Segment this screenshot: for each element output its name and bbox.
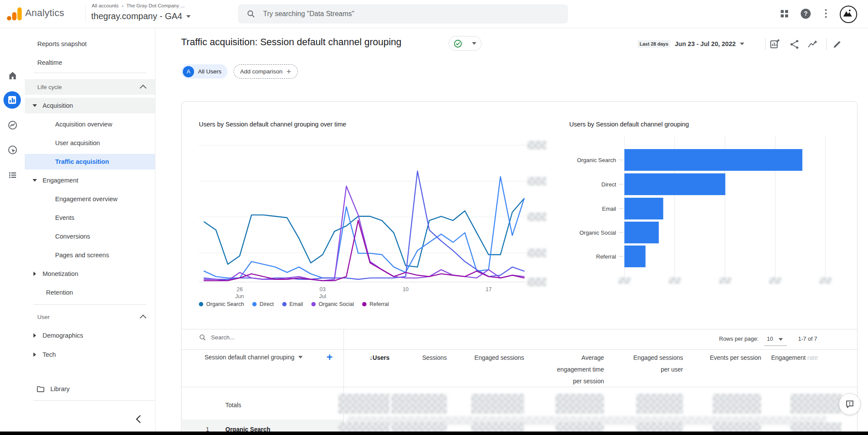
feedback-button[interactable] [839,393,861,415]
kebab-menu-icon[interactable] [825,9,827,19]
account-avatar[interactable] [840,6,857,23]
chevron-down-icon[interactable] [33,179,37,182]
sidebar-item-traffic-acquisition[interactable]: Traffic acquisition [25,154,155,169]
sidebar-item-reports-snapshot[interactable]: Reports snapshot [25,36,155,52]
search-input[interactable] [262,10,542,18]
report-status-pill[interactable] [449,36,482,51]
property-selector[interactable]: thegray.company - GA4 [91,11,191,21]
rows-per-page-label: Rows per page: [719,335,759,342]
product-name: Analytics [25,7,64,19]
sidebar-item-tech[interactable]: Tech [25,347,155,362]
legend-dot-icon [362,302,366,306]
table-search[interactable] [199,334,299,341]
explore-icon[interactable] [7,120,18,130]
all-users-chip[interactable]: A All Users [181,64,228,79]
legend-item-organic-search[interactable]: Organic Search [199,301,244,307]
date-range-selector[interactable]: Last 28 days Jun 23 - Jul 20, 2022 [637,40,744,48]
apps-grid-icon[interactable] [781,10,788,17]
breadcrumb[interactable]: All accounts › The Gray Dot Company ... [92,3,185,8]
insights-icon[interactable] [807,39,818,50]
sidebar-item-realtime[interactable]: Realtime [25,55,155,70]
legend-dot-icon [199,302,203,306]
sidebar-item-demographics[interactable]: Demographics [25,328,155,343]
x-tick: 26Jun [228,286,252,300]
comparison-label: All Users [198,68,221,75]
chevron-down-icon[interactable] [33,104,37,107]
rows-per-page-select[interactable]: 10 [767,335,773,342]
sidebar-item-user-acquisition[interactable]: User acquisition [25,135,155,151]
top-app-bar: Analytics All accounts › The Gray Dot Co… [0,0,868,28]
legend-dot-icon [252,302,257,306]
redacted-axis-label [819,277,832,284]
column-header-engagement-rate[interactable]: Engagement rate [771,352,858,364]
legend-dot-icon [282,302,287,306]
svg-text:Email: Email [602,206,616,212]
customize-report-icon[interactable] [769,39,781,50]
comparison-badge: A [183,66,194,77]
bar-chart[interactable]: Organic SearchDirectEmailOrganic SocialR… [564,102,858,306]
redacted-cell-value [713,394,761,414]
report-card: Users by Session default channel groupin… [181,101,858,435]
folder-icon [36,385,45,393]
x-tick: 03Jul [310,286,335,300]
reports-icon[interactable] [3,91,21,109]
redacted-axis-label [527,213,546,221]
chevron-right-icon[interactable] [33,272,36,276]
column-header-engaged-sessions-per-user[interactable]: per user [574,364,683,375]
redacted-cell-value [391,394,447,414]
configure-icon[interactable] [7,169,18,180]
sidebar-item-life-cycle[interactable]: Life cycle [25,79,155,95]
sidebar-item-events[interactable]: Events [25,210,155,226]
redacted-axis-label [719,277,731,284]
share-icon[interactable] [789,39,800,50]
table-column-rule [343,329,344,435]
chevron-right-icon[interactable] [33,352,36,357]
column-header-events-per-session[interactable]: Events per session [653,352,761,364]
redacted-cell-value [636,394,683,414]
sidebar-item-library[interactable]: Library [25,381,155,397]
library-label: Library [50,385,69,392]
analytics-logo-icon[interactable] [7,7,22,21]
sidebar-item-user[interactable]: User [25,309,155,325]
chevron-up-icon[interactable] [140,85,147,92]
collapse-sidebar-button[interactable] [136,415,144,423]
home-icon[interactable] [7,70,18,81]
help-icon[interactable]: ? [801,9,811,19]
add-comparison-button[interactable]: Add comparison + [234,64,298,79]
sidebar-item-retention[interactable]: Retention [25,285,155,300]
page-title: Traffic acquisition: Session default cha… [181,37,402,48]
legend-item-direct[interactable]: Direct [252,301,274,307]
sidebar-divider [33,304,146,305]
chevron-down-icon [472,42,476,45]
legend-item-organic-social[interactable]: Organic Social [311,301,354,307]
comparison-chips-row: A All Users Add comparison + [181,64,298,79]
line-chart[interactable] [182,102,542,306]
chevron-down-icon[interactable] [779,338,783,341]
x-tick: 10 [393,286,418,293]
svg-text:Direct: Direct [601,181,616,188]
svg-text:Organic Social: Organic Social [579,229,616,236]
chevron-down-icon [740,43,744,45]
column-header-average-engagement-time-per-session[interactable]: per session [495,375,604,387]
global-search-bar[interactable] [238,4,568,23]
sidebar-item-acquisition-overview[interactable]: Acquisition overview [25,116,155,132]
sidebar-item-conversions[interactable]: Conversions [25,229,155,244]
ga4-application: Analytics All accounts › The Gray Dot Co… [0,0,868,435]
advertising-icon[interactable] [7,145,18,155]
legend-item-referral[interactable]: Referral [362,301,389,307]
x-tick: 17 [476,286,501,293]
redacted-cell-value [555,394,604,414]
sidebar-item-acquisition[interactable]: Acquisition [25,98,155,113]
edit-report-icon[interactable] [832,39,843,50]
sidebar-divider [33,400,155,401]
chevron-right-icon[interactable] [33,333,36,338]
sidebar-item-engagement-overview[interactable]: Engagement overview [25,191,155,207]
sidebar-item-engagement[interactable]: Engagement [25,173,155,188]
chevron-up-icon[interactable] [140,315,147,322]
legend-item-email[interactable]: Email [282,301,303,307]
nav-rail: ⚙ [0,28,25,435]
sidebar-item-monetization[interactable]: Monetization [25,266,155,282]
svg-text:Referral: Referral [596,253,616,260]
sidebar-item-pages-and-screens[interactable]: Pages and screens [25,247,155,263]
table-search-input[interactable] [210,334,299,341]
